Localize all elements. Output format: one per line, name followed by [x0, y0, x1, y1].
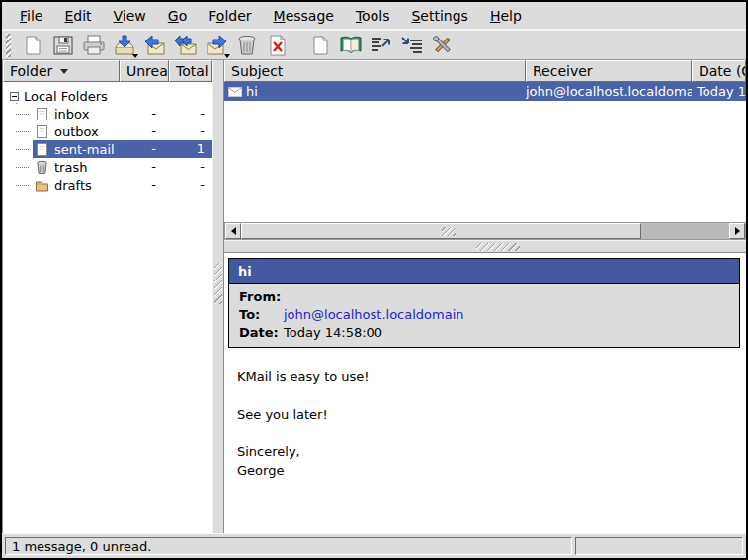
folder-label-area: inbox [33, 105, 120, 122]
splitter-grip-icon [214, 263, 222, 304]
mail-file-icon [35, 124, 49, 139]
new-window-button[interactable] [306, 32, 334, 59]
folder-label-area: drafts [33, 176, 120, 194]
vertical-pane-splitter[interactable] [212, 60, 224, 533]
folder-column-header[interactable]: Folder [3, 60, 120, 82]
date-column-header[interactable]: Date (O [692, 60, 746, 82]
print-button[interactable] [80, 32, 108, 59]
toolbar-buttons [19, 32, 457, 59]
reply-all-button[interactable] [172, 32, 200, 59]
folder-unread-count: - [120, 176, 169, 194]
reply-icon [143, 34, 167, 57]
header-row: From: [229, 288, 739, 306]
folder-name: outbox [54, 124, 99, 139]
folder-total-count: - [169, 122, 212, 140]
menu-view[interactable]: View [106, 5, 154, 27]
mark-message-button[interactable] [368, 32, 395, 59]
check-mail-button[interactable] [111, 32, 138, 59]
right-pane: Subject Receiver Date (O hijohn@localhos… [224, 60, 746, 533]
tree-expander-minus-icon[interactable] [10, 92, 19, 101]
new-message-button[interactable] [19, 32, 46, 59]
menu-edit[interactable]: Edit [56, 5, 99, 27]
folder-tree-children: inbox--outbox--sent-mail-1trash--drafts-… [3, 105, 212, 194]
email-address-link[interactable]: john@localhost.localdomain [284, 306, 464, 324]
trash-small-icon [35, 160, 49, 175]
splitter-grip-icon [476, 243, 520, 251]
message-body: KMail is easy to use! See you later! Sin… [224, 348, 746, 480]
folder-pane: Folder Unread Total Local Folders inbox-… [2, 60, 212, 533]
menu-help[interactable]: Help [482, 5, 530, 27]
folder-total-count: - [169, 176, 212, 194]
trash-button[interactable] [233, 32, 261, 59]
tree-connector [3, 122, 33, 140]
folder-small-icon [35, 178, 49, 193]
message-list-header: Subject Receiver Date (O [224, 60, 746, 82]
delete-button[interactable] [264, 32, 291, 59]
horizontal-pane-splitter[interactable] [224, 240, 746, 253]
mark-message-icon [370, 34, 393, 57]
message-body-line: See you later! [237, 405, 746, 424]
message-receiver: john@localhost.localdomain [526, 84, 692, 99]
menu-message[interactable]: Message [266, 5, 342, 27]
message-row[interactable]: hijohn@localhost.localdomainToday 14 [224, 82, 746, 101]
dropdown-arrow-icon[interactable] [224, 54, 230, 58]
folder-list-header: Folder Unread Total [3, 60, 212, 82]
folder-row-inbox[interactable]: inbox-- [3, 105, 212, 122]
menu-go[interactable]: Go [160, 5, 195, 27]
new-window-icon [308, 34, 332, 57]
menu-bar: FileEditViewGoFolderMessageToolsSettings… [2, 2, 746, 30]
folder-row-local-folders[interactable]: Local Folders [3, 87, 212, 105]
tree-connector [3, 176, 33, 194]
folder-tree: Local Folders inbox--outbox--sent-mail-1… [3, 82, 212, 533]
status-bar: 1 message, 0 unread. [2, 533, 746, 558]
folder-row-outbox[interactable]: outbox-- [3, 122, 212, 140]
menu-settings[interactable]: Settings [403, 5, 475, 27]
save-button[interactable] [49, 32, 77, 59]
status-panel-secondary [575, 537, 743, 555]
folder-row-trash[interactable]: trash-- [3, 158, 212, 176]
main-area: Folder Unread Total Local Folders inbox-… [2, 60, 746, 533]
sort-descending-icon [60, 69, 68, 74]
configure-button[interactable] [429, 32, 457, 59]
save-icon [51, 34, 75, 57]
menu-file[interactable]: File [12, 5, 50, 27]
folder-column-label: Folder [10, 63, 52, 79]
tree-connector [3, 105, 33, 122]
address-book-icon [339, 34, 363, 57]
header-row: Date:Today 14:58:00 [229, 324, 739, 342]
folder-row-drafts[interactable]: drafts-- [3, 176, 212, 194]
mail-file-icon [35, 107, 49, 121]
new-message-icon [21, 34, 44, 57]
menu-folder[interactable]: Folder [201, 5, 259, 27]
scroll-right-arrow-icon[interactable] [729, 223, 745, 239]
folder-name: inbox [54, 107, 89, 121]
forward-button[interactable] [203, 32, 230, 59]
message-header-box: hi From:To:john@localhost.localdomainDat… [228, 258, 740, 348]
message-list-hscrollbar[interactable] [224, 222, 746, 240]
scroll-left-arrow-icon[interactable] [225, 223, 241, 239]
dropdown-arrow-icon[interactable] [132, 54, 138, 58]
folder-row-sent-mail[interactable]: sent-mail-1 [3, 140, 212, 158]
toolbar-grip-icon[interactable] [6, 34, 11, 57]
menu-tools[interactable]: Tools [348, 5, 398, 27]
scrollbar-track[interactable] [641, 223, 729, 239]
unread-column-header[interactable]: Unread [120, 60, 169, 82]
toolbar [2, 30, 746, 60]
message-date: Today 14 [692, 84, 746, 99]
apply-filters-button[interactable] [398, 32, 426, 59]
message-body-line [237, 424, 746, 442]
folder-total-count: - [169, 105, 212, 122]
folder-name: Local Folders [24, 89, 108, 104]
receiver-column-header[interactable]: Receiver [526, 60, 692, 82]
message-list: hijohn@localhost.localdomainToday 14 [224, 82, 746, 222]
address-book-button[interactable] [337, 32, 365, 59]
total-column-header[interactable]: Total [169, 60, 212, 82]
message-subject: hi [246, 84, 258, 99]
folder-unread-count: - [120, 158, 169, 176]
scrollbar-thumb[interactable] [241, 223, 641, 239]
reply-button[interactable] [141, 32, 169, 59]
subject-column-header[interactable]: Subject [224, 60, 526, 82]
folder-unread-count: - [120, 122, 169, 140]
tree-connector [3, 158, 33, 176]
message-subject-cell: hi [224, 84, 526, 99]
